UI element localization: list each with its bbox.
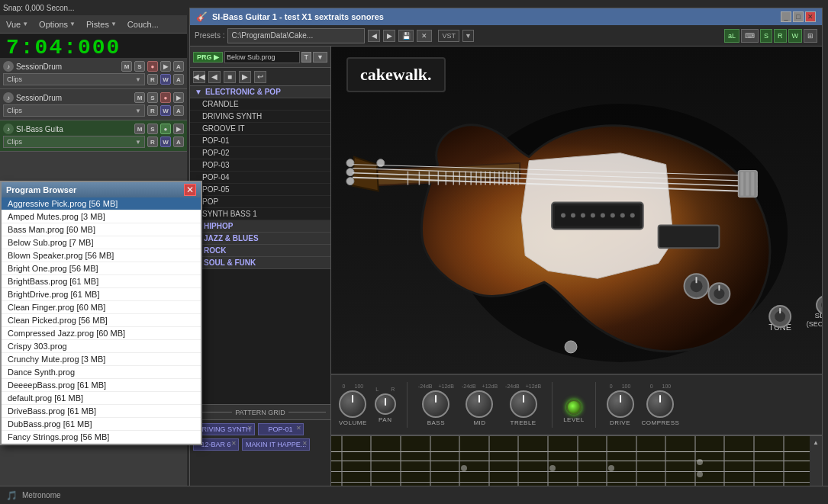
track-1-w-btn[interactable]: W	[160, 74, 171, 85]
menu-pistes[interactable]: Pistes ▼	[83, 18, 120, 30]
browser-item-8[interactable]: Clean Finger.prog [60 MB]	[2, 301, 201, 314]
browser-item-17[interactable]: DubBass.prog [61 MB]	[2, 418, 201, 431]
browser-item-4[interactable]: Blown Speaker.prog [56 MB]	[2, 249, 201, 262]
track-1-r-btn[interactable]: R	[147, 74, 158, 85]
category-jazz-blues[interactable]: ▶ JAZZ & BLUES	[190, 233, 330, 245]
track-3-a-btn[interactable]: A	[173, 136, 184, 147]
w-badge-btn[interactable]: W	[788, 29, 803, 43]
pan-knob[interactable]	[375, 393, 396, 415]
browser-item-12[interactable]: Crunchy Mute.prog [3 MB]	[2, 353, 201, 366]
vst-dropdown-btn[interactable]: ▼	[462, 30, 474, 42]
browser-item-13[interactable]: Dance Synth.prog	[2, 366, 201, 379]
track-1-clip[interactable]: Clips ▼	[3, 73, 145, 85]
pattern-2-close[interactable]: ✕	[296, 425, 301, 432]
transport-stop-btn[interactable]: ■	[224, 71, 236, 83]
prog-item-pop02[interactable]: POP-02	[190, 147, 330, 159]
track-2-clip[interactable]: Clips ▼	[3, 104, 145, 117]
browser-item-16[interactable]: DriveBass.prog [61 MB]	[2, 405, 201, 418]
plugin-maximize-btn[interactable]: □	[793, 11, 804, 22]
fret-scroll-up[interactable]: ▲	[813, 439, 819, 446]
pattern-4-close[interactable]: ✕	[302, 440, 308, 447]
menu-options[interactable]: Options ▼	[36, 18, 79, 30]
browser-item-6[interactable]: BrightBass.prog [61 MB]	[2, 275, 201, 288]
track-1-a-btn[interactable]: A	[173, 74, 184, 85]
browser-item-11[interactable]: Crispy 303.prog	[2, 340, 201, 353]
prog-item-pop03[interactable]: POP-03	[190, 159, 330, 172]
category-hiphop[interactable]: ▶ HIPHOP	[190, 220, 330, 233]
program-list[interactable]: ▼ ELECTRONIC & POP CRANDLE DRIVING SYNTH…	[190, 86, 330, 404]
pattern-1-close[interactable]: ✕	[247, 425, 253, 432]
preset-prev-btn[interactable]: ◀	[368, 30, 380, 42]
browser-item-18[interactable]: Fancy Strings.prog [56 MB]	[2, 431, 201, 444]
preset-delete-btn[interactable]: ✕	[417, 30, 432, 42]
presets-input[interactable]	[227, 28, 365, 43]
compress-knob[interactable]	[646, 390, 674, 418]
track-3-play-btn[interactable]: ▶	[173, 124, 184, 134]
prog-item-crandle[interactable]: CRANDLE	[190, 98, 330, 111]
browser-item-15[interactable]: default.prog [61 MB]	[2, 392, 201, 405]
track-1-play-btn[interactable]: ▶	[160, 61, 171, 72]
browser-item-5[interactable]: Bright One.prog [56 MB]	[2, 262, 201, 275]
category-soul-funk[interactable]: ▶ SOUL & FUNK	[190, 257, 330, 269]
track-3-clip[interactable]: Clips ▼	[3, 136, 145, 148]
track-2-r-btn[interactable]: R	[147, 105, 158, 116]
pattern-item-2[interactable]: ✕ POP-01	[258, 423, 304, 435]
preset-next-btn[interactable]: ▶	[383, 30, 395, 42]
browser-item-9[interactable]: Clean Picked.prog [56 MB]	[2, 314, 201, 327]
treble-knob[interactable]	[510, 390, 537, 418]
track-3-rec-btn[interactable]: ●	[160, 124, 171, 134]
prog-browser-list[interactable]: Aggressive Pick.prog [56 MB] Amped Mutes…	[2, 197, 201, 444]
browser-item-14[interactable]: DeeeepBass.prog [61 MB]	[2, 379, 201, 392]
track-2-m-btn[interactable]: M	[134, 92, 145, 103]
prog-item-pop05[interactable]: POP-05	[190, 184, 330, 196]
midi-btn[interactable]: ⊞	[804, 29, 817, 43]
track-1-s-btn[interactable]: S	[134, 61, 145, 72]
track-2-rec-btn[interactable]: ●	[160, 92, 171, 103]
s-badge-btn[interactable]: S	[760, 29, 772, 43]
transport-rewind-btn[interactable]: ◀◀	[193, 71, 205, 83]
prog-item-pop[interactable]: POP	[190, 196, 330, 208]
prog-item-pop04[interactable]: POP-04	[190, 172, 330, 184]
pattern-item-1[interactable]: ✕ DRIVING SYNTH	[193, 423, 255, 435]
track-3-s-btn[interactable]: S	[147, 124, 158, 134]
preset-save-btn[interactable]: 💾	[398, 30, 414, 42]
keyboard-btn[interactable]: ⌨	[741, 29, 759, 43]
browser-item-0[interactable]: Aggressive Pick.prog [56 MB]	[2, 197, 201, 210]
browser-item-3[interactable]: Below Sub.prog [7 MB]	[2, 236, 201, 249]
transport-prev-btn[interactable]: ◀	[208, 71, 221, 83]
track-2-play-btn[interactable]: ▶	[173, 92, 184, 103]
track-2-w-btn[interactable]: W	[160, 105, 171, 116]
volume-knob[interactable]	[339, 390, 366, 418]
prog-item-pop01[interactable]: POP-01	[190, 135, 330, 147]
track-3-w-btn[interactable]: W	[160, 136, 171, 147]
menu-vue[interactable]: Vue ▼	[3, 18, 31, 30]
track-3-m-btn[interactable]: M	[134, 124, 145, 134]
plugin-minimize-btn[interactable]: _	[781, 11, 791, 22]
track-2-s-btn[interactable]: S	[147, 92, 158, 103]
al-badge-btn[interactable]: aL	[724, 29, 739, 43]
prog-item-groove-it[interactable]: GROOVE IT	[190, 123, 330, 135]
track-1-m-btn[interactable]: M	[121, 61, 132, 72]
prog-browser-close-btn[interactable]: ✕	[184, 184, 196, 196]
browser-item-7[interactable]: BrightDrive.prog [61 MB]	[2, 288, 201, 301]
browser-item-2[interactable]: Bass Man.prog [60 MB]	[2, 223, 201, 236]
track-1-extra-btn[interactable]: A	[173, 61, 184, 72]
track-2-a-btn[interactable]: A	[173, 105, 184, 116]
prog-item-synth-bass1[interactable]: SYNTH BASS 1	[190, 208, 330, 220]
category-rock[interactable]: ▶ ROCK	[190, 245, 330, 257]
pattern-item-4[interactable]: ✕ MAKIN IT HAPPE...	[242, 438, 310, 451]
category-electronic-pop[interactable]: ▼ ELECTRONIC & POP	[190, 86, 330, 98]
browser-item-1[interactable]: Amped Mutes.prog [3 MB]	[2, 210, 201, 223]
browser-item-10[interactable]: Compressed Jazz.prog [60 MB]	[2, 327, 201, 340]
pattern-3-close[interactable]: ✕	[231, 440, 237, 447]
track-1-rec-btn[interactable]: ●	[147, 61, 158, 72]
transport-undo-btn[interactable]: ↩	[254, 71, 266, 83]
plugin-close-btn[interactable]: ✕	[805, 11, 816, 22]
mid-knob[interactable]	[466, 390, 493, 418]
menu-couch[interactable]: Couch...	[124, 18, 162, 30]
drive-knob[interactable]	[607, 390, 634, 418]
prog-item-driving-synth[interactable]: DRIVING SYNTH	[190, 111, 330, 123]
bass-knob[interactable]	[422, 390, 449, 418]
prg-badge[interactable]: PRG ▶	[193, 52, 223, 63]
prog-options-btn[interactable]: ▼	[313, 52, 327, 63]
